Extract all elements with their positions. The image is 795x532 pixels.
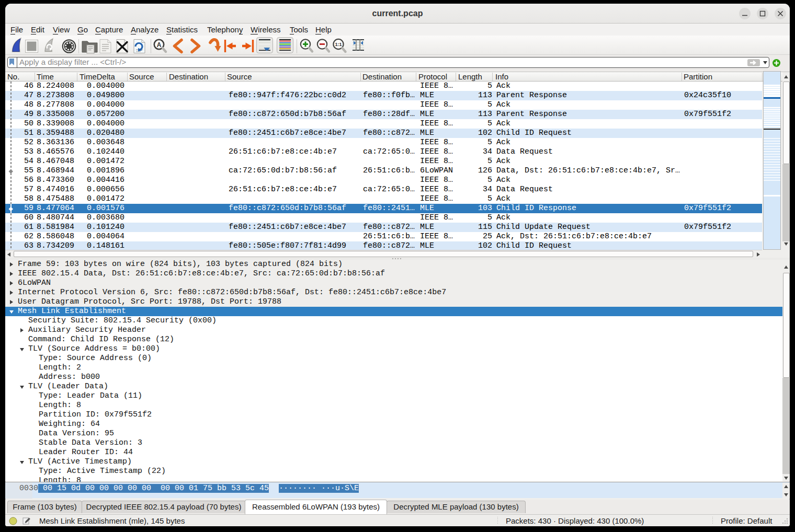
svg-text:1:1: 1:1 [335,42,342,47]
svg-text:A: A [157,41,162,49]
